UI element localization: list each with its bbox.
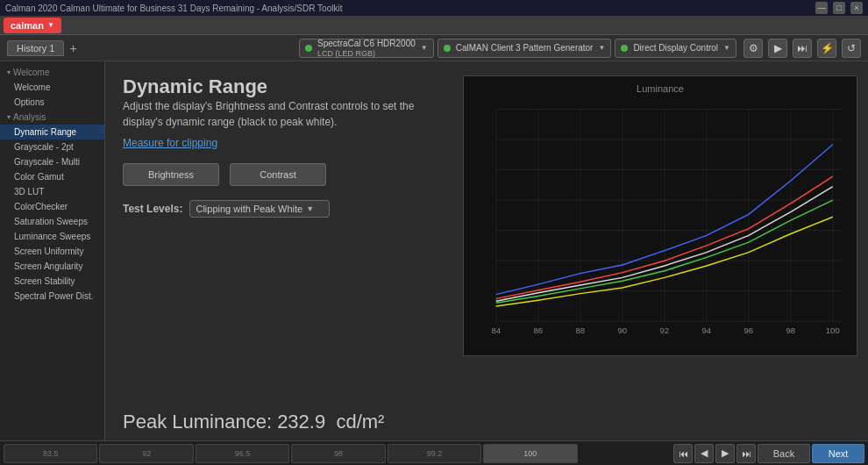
device-name-text-1: SpectraCal C6 HDR2000 <box>317 39 416 48</box>
history-add-button[interactable]: + <box>69 41 76 55</box>
back-button[interactable]: Back <box>758 444 810 463</box>
forward-arrow-icon: ▶ <box>722 447 729 459</box>
refresh-icon-btn[interactable]: ↺ <box>842 39 861 58</box>
sidebar-item-spectral-power[interactable]: Spectral Power Dist. <box>0 289 104 304</box>
sidebar-item-label: Welcome <box>14 82 51 92</box>
svg-text:84: 84 <box>491 326 501 335</box>
window-title: Calman 2020 Calman Ultimate for Business… <box>5 4 815 13</box>
device-arrow-1: ▼ <box>421 44 428 52</box>
next-label: Next <box>829 448 849 459</box>
peak-luminance-value: 232.9 <box>277 411 325 433</box>
toolbar-icons: ⚙ ▶ ⏭ ⚡ ↺ <box>743 39 861 58</box>
sidebar-item-label: Saturation Sweeps <box>14 217 88 226</box>
sidebar-item-label: Screen Stability <box>14 276 75 286</box>
settings-icon-btn[interactable]: ⚙ <box>743 39 763 58</box>
window-controls[interactable]: — □ × <box>815 2 863 14</box>
sidebar-item-screen-stability[interactable]: Screen Stability <box>0 274 104 289</box>
sidebar-item-label: 3D LUT <box>14 187 44 197</box>
device-selector-1[interactable]: SpectraCal C6 HDR2000 LCD (LED RGB) ▼ <box>299 39 434 58</box>
maximize-button[interactable]: □ <box>833 2 845 14</box>
device-arrow-2: ▼ <box>598 44 605 52</box>
test-levels-dropdown[interactable]: Clipping with Peak White ▼ <box>189 200 330 218</box>
peak-luminance-label: Peak Luminance: <box>123 411 272 433</box>
sidebar-item-label: ColorChecker <box>14 202 68 211</box>
sidebar-item-screen-uniformity[interactable]: Screen Uniformity <box>0 244 104 259</box>
brightness-button[interactable]: Brightness <box>123 163 219 186</box>
sidebar-section-analysis[interactable]: ▾ Analysis <box>0 110 104 125</box>
title-bar: Calman 2020 Calman Ultimate for Business… <box>0 0 868 16</box>
next-button[interactable]: Next <box>812 444 864 463</box>
svg-text:96: 96 <box>743 326 753 335</box>
chart-title: Luminance <box>471 83 850 94</box>
sidebar-item-colorchecker[interactable]: ColorChecker <box>0 199 104 214</box>
lightning-icon-btn[interactable]: ⚡ <box>817 39 836 58</box>
logo-text: calman <box>11 20 44 31</box>
sidebar-item-grayscale-multi[interactable]: Grayscale - Multi <box>0 154 104 169</box>
thumb-5[interactable]: 99.2 <box>388 444 481 463</box>
sidebar-item-label: Luminance Sweeps <box>14 232 90 241</box>
device-selector-2[interactable]: CalMAN Client 3 Pattern Generator ▼ <box>438 39 612 58</box>
welcome-chevron-icon: ▾ <box>7 68 11 76</box>
thumb-label-5: 99.2 <box>427 449 443 458</box>
thumb-label-3: 96.5 <box>235 449 251 458</box>
calman-logo[interactable]: calman ▼ <box>4 18 61 33</box>
svg-text:86: 86 <box>533 326 543 335</box>
thumb-label-1: 83.5 <box>43 449 59 458</box>
skip-icon-btn[interactable]: ⏭ <box>793 39 812 58</box>
close-button[interactable]: × <box>850 2 863 14</box>
sidebar-item-color-gamut[interactable]: Color Gamut <box>0 169 104 184</box>
sidebar-item-grayscale-2pt[interactable]: Grayscale - 2pt <box>0 140 104 154</box>
device-status-indicator-2 <box>444 45 451 52</box>
sidebar-item-welcome[interactable]: Welcome <box>0 80 104 95</box>
welcome-section-label: Welcome <box>13 68 50 77</box>
sidebar-item-screen-angularity[interactable]: Screen Angularity <box>0 259 104 274</box>
device-name-1: SpectraCal C6 HDR2000 LCD (LED RGB) <box>317 39 416 58</box>
sidebar: ▾ Welcome Welcome Options ▾ Analysis Dyn… <box>0 61 105 440</box>
sidebar-section-welcome[interactable]: ▾ Welcome <box>0 65 104 80</box>
svg-text:90: 90 <box>617 326 627 335</box>
sidebar-item-options[interactable]: Options <box>0 95 104 110</box>
analysis-section-label: Analysis <box>13 112 46 122</box>
thumb-label-4: 98 <box>334 449 343 458</box>
chart-panel: Luminance <box>463 75 857 356</box>
test-levels-row: Test Levels: Clipping with Peak White ▼ <box>123 200 449 218</box>
device-selector-3[interactable]: Direct Display Control ▼ <box>615 39 736 58</box>
menu-bar: calman ▼ <box>0 16 868 35</box>
sidebar-item-label: Screen Uniformity <box>14 247 83 256</box>
right-panel: Dynamic Range Adjust the display's Brigh… <box>105 61 868 440</box>
skip-forward-icon: ⏭ <box>742 448 751 459</box>
sidebar-item-dynamic-range[interactable]: Dynamic Range <box>0 125 104 140</box>
history-tab[interactable]: History 1 <box>7 40 64 56</box>
luminance-chart: 84 86 88 90 92 94 96 98 100 <box>471 97 850 348</box>
thumb-2[interactable]: 92 <box>99 444 193 463</box>
svg-text:92: 92 <box>659 326 669 335</box>
thumb-6[interactable]: 100 <box>483 444 577 463</box>
skip-back-icon: ⏮ <box>679 448 688 459</box>
minimize-button[interactable]: — <box>815 2 828 14</box>
play-icon-btn[interactable]: ▶ <box>768 39 787 58</box>
thumb-label-6: 100 <box>523 449 537 458</box>
main-layout: ▾ Welcome Welcome Options ▾ Analysis Dyn… <box>0 61 868 440</box>
thumb-3[interactable]: 96.5 <box>196 444 289 463</box>
back-icon-button[interactable]: ◀ <box>694 444 714 463</box>
sidebar-item-label: Color Gamut <box>14 172 64 182</box>
sidebar-item-3dlut[interactable]: 3D LUT <box>0 184 104 199</box>
svg-text:98: 98 <box>786 326 795 335</box>
device-arrow-3: ▼ <box>723 44 730 52</box>
thumb-1[interactable]: 83.5 <box>4 444 97 463</box>
svg-text:100: 100 <box>826 326 840 335</box>
logo-dropdown-arrow: ▼ <box>47 21 54 29</box>
analysis-chevron-icon: ▾ <box>7 113 11 121</box>
forward-icon-button[interactable]: ▶ <box>715 444 735 463</box>
back-arrow-icon: ◀ <box>701 447 708 459</box>
sidebar-item-label: Screen Angularity <box>14 261 82 271</box>
skip-back-button[interactable]: ⏮ <box>673 444 693 463</box>
sidebar-item-luminance-sweeps[interactable]: Luminance Sweeps <box>0 229 104 244</box>
skip-forward-button[interactable]: ⏭ <box>736 444 756 463</box>
measure-clipping-link[interactable]: Measure for clipping <box>123 137 449 149</box>
contrast-button[interactable]: Contrast <box>230 163 326 186</box>
device-status-indicator-3 <box>621 45 628 52</box>
sidebar-item-saturation-sweeps[interactable]: Saturation Sweeps <box>0 214 104 229</box>
back-label: Back <box>773 448 794 459</box>
thumb-4[interactable]: 98 <box>291 444 385 463</box>
